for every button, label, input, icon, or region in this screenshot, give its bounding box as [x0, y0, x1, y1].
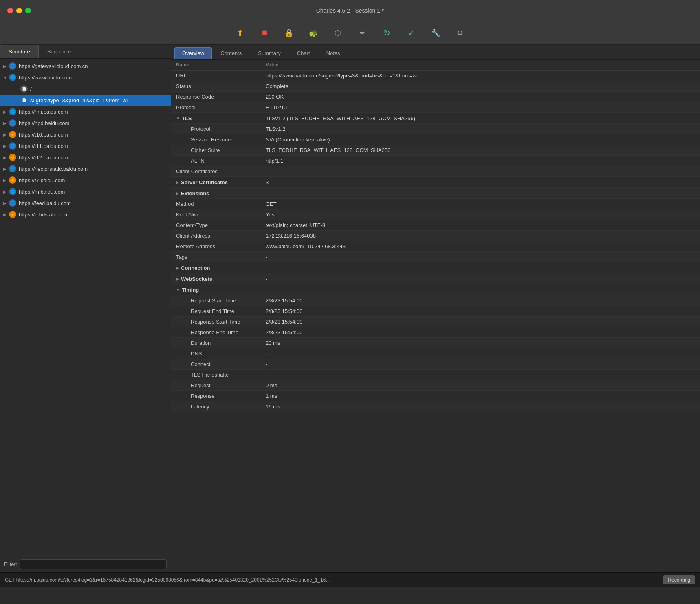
sidebar-item-t10-baidu[interactable]: ▶ ⚡ https://t10.baidu.com: [0, 129, 171, 140]
field-value: TLSv1.2: [261, 124, 700, 134]
item-label: /: [30, 86, 32, 92]
main-content: Structure Sequence ▶ 🌐 https://gateway.i…: [0, 45, 700, 572]
expand-section-button[interactable]: ▼TLS: [176, 115, 192, 121]
expand-section-button[interactable]: ▶Extensions: [176, 190, 209, 196]
expand-section-button[interactable]: ▶Server Certificates: [176, 179, 228, 185]
section-value: [261, 284, 700, 295]
minimize-button[interactable]: [16, 8, 22, 13]
table-row: Request0 ms: [171, 380, 700, 391]
expand-chevron: ▶: [3, 201, 9, 205]
record-icon[interactable]: ⏺: [258, 26, 271, 40]
tab-chart[interactable]: Chart: [289, 47, 318, 59]
site-icon: 🌐: [9, 188, 16, 195]
settings-icon[interactable]: ⚙: [453, 26, 467, 40]
section-label: TLS: [182, 115, 192, 121]
section-value: -: [261, 273, 700, 284]
filter-icon[interactable]: ⬆: [233, 26, 247, 40]
field-value: text/plain; charset=UTF-8: [261, 220, 700, 231]
tab-summary[interactable]: Summary: [250, 47, 288, 59]
col-value: Value: [261, 60, 700, 71]
section-name[interactable]: ▼Timing: [171, 284, 261, 295]
right-tabs: Overview Contents Summary Chart Notes: [171, 45, 700, 60]
repeat-icon[interactable]: ↻: [380, 26, 393, 40]
overview-table: Name Value URLhttps://www.baidu.com/sugr…: [171, 60, 700, 412]
table-row: Connect-: [171, 359, 700, 370]
section-chevron: ▶: [176, 266, 179, 270]
status-text: GET https://m.baidu.com/tc?tcreq4log=1&r…: [5, 577, 663, 583]
expand-chevron: ▶: [3, 190, 9, 194]
table-row: URLhttps://www.baidu.com/sugrec?type=3&p…: [171, 71, 700, 81]
sidebar-item-t12-baidu[interactable]: ▶ ⚡ https://t12.baidu.com: [0, 152, 171, 163]
tab-overview[interactable]: Overview: [174, 47, 212, 59]
field-name: Duration: [171, 338, 261, 348]
throttle-icon[interactable]: 🐢: [307, 26, 320, 40]
field-value: 20 ms: [261, 338, 700, 348]
col-name: Name: [171, 60, 261, 71]
field-value: 0 ms: [261, 380, 700, 391]
expand-chevron: ▶: [3, 64, 9, 68]
expand-section-button[interactable]: ▶WebSockets: [176, 276, 212, 282]
section-name[interactable]: ▼TLS: [171, 113, 261, 124]
field-value: 2/8/23 15:54:00: [261, 306, 700, 317]
table-row: ▶Server Certificates3: [171, 177, 700, 188]
filter-label: Filter:: [4, 561, 18, 567]
tools-icon[interactable]: 🔧: [429, 26, 442, 40]
field-value: -: [261, 359, 700, 370]
expand-section-button[interactable]: ▼Timing: [176, 287, 199, 293]
section-label: Server Certificates: [181, 179, 228, 185]
sidebar-item-hm-baidu[interactable]: ▶ 🌐 https://hm.baidu.com: [0, 106, 171, 117]
maximize-button[interactable]: [25, 8, 31, 13]
section-label: Extensions: [181, 190, 209, 196]
sidebar-item-baidu-root[interactable]: ▶ 📄 /: [0, 83, 171, 95]
item-label: https://t11.baidu.com: [19, 143, 68, 149]
sidebar-item-b-bdstatic[interactable]: ▶ ⚡ https://b.bdstatic.com: [0, 209, 171, 220]
recording-button[interactable]: Recording: [663, 575, 695, 584]
field-value: www.baidu.com/110.242.68.3:443: [261, 241, 700, 252]
section-name[interactable]: ▶Server Certificates: [171, 177, 261, 188]
item-label: https://m.baidu.com: [19, 189, 65, 195]
sidebar-item-feed-baidu[interactable]: ▶ 🌐 https://feed.baidu.com: [0, 197, 171, 209]
site-icon: 🌐: [9, 165, 16, 172]
sidebar-item-f7-baidu[interactable]: ▶ ⚡ https://f7.baidu.com: [0, 174, 171, 186]
expand-section-button[interactable]: ▶Connection: [176, 265, 210, 271]
section-name[interactable]: ▶Extensions: [171, 188, 261, 199]
section-name[interactable]: ▶WebSockets: [171, 273, 261, 284]
validate-icon[interactable]: ✓: [405, 26, 418, 40]
sidebar-item-baidu[interactable]: ▼ 🌐 https://www.baidu.com: [0, 72, 171, 83]
site-icon: 🌐: [9, 74, 16, 81]
expand-chevron: ▶: [3, 121, 9, 126]
close-button[interactable]: [7, 8, 13, 13]
field-value: 1 ms: [261, 391, 700, 401]
field-name: Client Certificates: [171, 166, 261, 177]
sidebar-item-sugrec[interactable]: ▶ 📄 sugrec?type=3&prod=his&pic=1&from=wi: [0, 95, 171, 106]
item-label: https://hectorstatic.baidu.com: [19, 166, 88, 172]
tab-sequence[interactable]: Sequence: [39, 45, 80, 58]
tab-contents[interactable]: Contents: [213, 47, 249, 59]
tab-structure[interactable]: Structure: [0, 45, 39, 58]
traffic-lights: [7, 8, 31, 13]
table-row: ▼TLSTLSv1.2 (TLS_ECDHE_RSA_WITH_AES_128_…: [171, 113, 700, 124]
ssl-icon[interactable]: 🔒: [282, 26, 295, 40]
expand-chevron: ▶: [3, 167, 9, 171]
sidebar-item-hpd-baidu[interactable]: ▶ 🌐 https://hpd.baidu.com: [0, 117, 171, 129]
section-name[interactable]: ▶Connection: [171, 262, 261, 273]
table-row: TLS Handshake-: [171, 370, 700, 380]
compose-icon[interactable]: ✒: [356, 26, 369, 40]
field-value: GET: [261, 199, 700, 209]
sidebar-item-gateway-icloud[interactable]: ▶ 🌐 https://gateway.icloud.com.cn: [0, 60, 171, 72]
field-name: Request: [171, 380, 261, 391]
sidebar-item-t11-baidu[interactable]: ▶ 🌐 https://t11.baidu.com: [0, 140, 171, 152]
breakpoint-icon[interactable]: ⬡: [331, 26, 344, 40]
field-value: Complete: [261, 81, 700, 92]
sidebar-item-hectorstatic[interactable]: ▶ 🌐 https://hectorstatic.baidu.com: [0, 163, 171, 174]
filter-input[interactable]: [20, 559, 167, 569]
expand-chevron: ▶: [3, 155, 9, 160]
field-value: N/A (Connection kept alive): [261, 134, 700, 145]
table-row: ▼Timing: [171, 284, 700, 295]
field-name: Response: [171, 391, 261, 401]
toolbar: ⬆ ⏺ 🔒 🐢 ⬡ ✒ ↻ ✓ 🔧 ⚙: [0, 21, 700, 45]
tab-notes[interactable]: Notes: [319, 47, 348, 59]
sidebar-item-m-baidu[interactable]: ▶ 🌐 https://m.baidu.com: [0, 186, 171, 197]
item-label: https://feed.baidu.com: [19, 200, 71, 206]
section-label: Connection: [181, 265, 210, 271]
